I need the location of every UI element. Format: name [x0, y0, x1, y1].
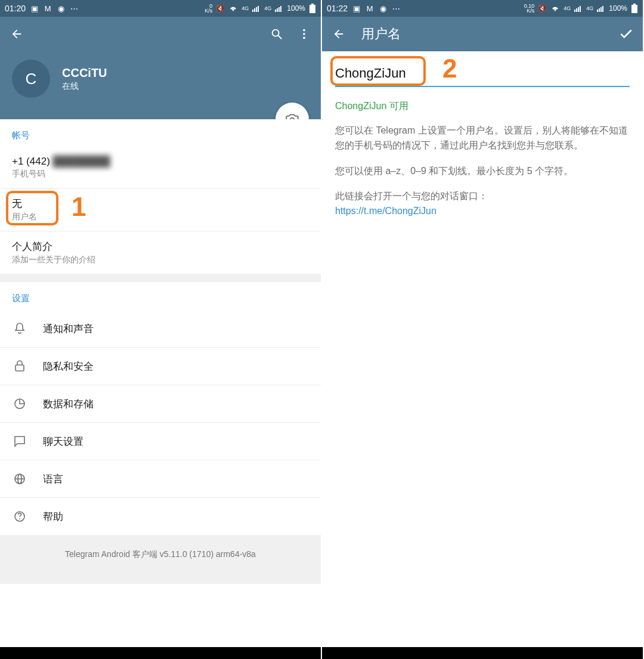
globe-icon — [12, 471, 27, 487]
svg-rect-24 — [576, 8, 577, 12]
status-bar: 01:22 ▣ M ◉ ⋯ 0.10 K/s 🔇 4G 4G 100% — [322, 0, 643, 17]
confirm-button[interactable] — [618, 26, 634, 42]
net-speed: 0.10 K/s — [524, 4, 535, 13]
svg-rect-5 — [277, 8, 278, 12]
status-time: 01:20 — [5, 4, 26, 13]
battery-text: 100% — [287, 4, 305, 13]
left-screen: 01:20 ▣ M ◉ ⋯ 0 K/s 🔇 4G 4G 100% — [0, 0, 322, 659]
phone-label: 手机号码 — [12, 169, 309, 180]
username-input[interactable] — [335, 63, 630, 87]
svg-rect-1 — [254, 8, 255, 12]
svg-rect-7 — [280, 6, 281, 12]
username-row[interactable]: 无 用户名 1 — [0, 188, 321, 231]
signal-icon: 4G — [564, 5, 571, 11]
svg-rect-32 — [631, 5, 637, 13]
settings-notifications[interactable]: 通知和声音 — [0, 310, 321, 348]
phone-blurred: ████████ — [53, 156, 110, 168]
settings-chat[interactable]: 聊天设置 — [0, 423, 321, 460]
app-bar: 用户名 — [322, 17, 643, 51]
username-editor: 2 ChongZiJun 可用 您可以在 Telegram 上设置一个用户名。设… — [322, 51, 643, 647]
data-icon — [12, 396, 27, 412]
back-button[interactable] — [8, 26, 25, 42]
bio-title: 个人简介 — [12, 240, 309, 253]
bio-row[interactable]: 个人简介 添加一些关于你的介绍 — [0, 231, 321, 274]
mail-icon: M — [44, 4, 52, 13]
search-button[interactable] — [268, 26, 285, 42]
settings-item-label: 语言 — [43, 472, 63, 486]
settings-item-label: 通知和声音 — [43, 322, 94, 336]
svg-rect-25 — [578, 7, 579, 12]
settings-item-label: 帮助 — [43, 510, 63, 524]
svg-rect-16 — [16, 365, 24, 371]
signal-bars-icon-2 — [597, 5, 605, 12]
svg-rect-6 — [278, 7, 280, 12]
account-title: 帐号 — [0, 119, 321, 147]
profile-status: 在线 — [62, 81, 107, 92]
settings-data[interactable]: 数据和存储 — [0, 385, 321, 423]
settings-help[interactable]: 帮助 — [0, 498, 321, 535]
android-nav-bar — [322, 647, 643, 659]
annotation-2: 2 — [442, 54, 457, 83]
svg-rect-26 — [580, 6, 581, 12]
wifi-icon — [228, 5, 238, 12]
username-label: 用户名 — [12, 212, 309, 222]
settings-privacy[interactable]: 隐私和安全 — [0, 348, 321, 385]
signal-bars-icon — [252, 5, 261, 12]
svg-rect-2 — [256, 7, 257, 12]
lock-icon — [12, 358, 27, 374]
chat-settings-icon — [12, 434, 27, 449]
svg-rect-23 — [574, 10, 575, 12]
image-icon: ▣ — [352, 4, 361, 13]
username-value: 无 — [12, 197, 309, 211]
settings-item-label: 数据和存储 — [43, 397, 94, 411]
description-3: 此链接会打开一个与您的对话窗口： https://t.me/ChongZiJun — [335, 189, 630, 219]
status-time: 01:22 — [327, 4, 348, 13]
svg-point-14 — [303, 37, 305, 39]
svg-line-11 — [278, 36, 282, 39]
net-speed: 0 K/s — [205, 4, 212, 13]
settings-language[interactable]: 语言 — [0, 460, 321, 498]
profile-link[interactable]: https://t.me/ChongZiJun — [335, 206, 436, 216]
signal-bars-icon — [574, 5, 583, 12]
android-nav-bar — [0, 647, 321, 659]
avatar[interactable]: C — [12, 60, 50, 98]
profile-header: C CCCiTU 在线 — [0, 51, 321, 119]
phone-row[interactable]: +1 (442) ████████ 手机号码 — [0, 147, 321, 188]
battery-text: 100% — [609, 4, 627, 13]
svg-point-22 — [19, 518, 20, 519]
phone-number: +1 (442) — [12, 156, 53, 167]
menu-button[interactable] — [296, 26, 312, 42]
right-screen: 01:22 ▣ M ◉ ⋯ 0.10 K/s 🔇 4G 4G 100% — [322, 0, 644, 659]
svg-rect-8 — [311, 4, 314, 5]
bell-icon — [12, 321, 27, 336]
signal-icon-2: 4G — [586, 5, 593, 11]
annotation-1: 1 — [72, 192, 86, 222]
chat-icon: ◉ — [57, 4, 65, 13]
svg-rect-3 — [258, 6, 259, 12]
svg-rect-30 — [602, 6, 603, 12]
svg-rect-29 — [600, 7, 602, 12]
more-icon: ⋯ — [392, 4, 400, 13]
settings-item-label: 隐私和安全 — [43, 360, 94, 373]
svg-rect-28 — [599, 8, 600, 12]
back-button[interactable] — [330, 26, 347, 42]
wifi-icon — [550, 5, 560, 12]
battery-icon — [309, 4, 316, 13]
avatar-letter: C — [26, 70, 37, 88]
svg-point-12 — [303, 29, 305, 32]
description-2: 您可以使用 a–z、0–9 和下划线。最小长度为 5 个字符。 — [335, 164, 630, 179]
version-footer: Telegram Android 客户端 v5.11.0 (1710) arm6… — [0, 535, 321, 584]
battery-icon — [631, 4, 638, 13]
description-1: 您可以在 Telegram 上设置一个用户名。设置后，别人将能够在不知道您的手机… — [335, 123, 630, 153]
svg-point-13 — [303, 33, 305, 35]
settings-section: 设置 通知和声音 隐私和安全 数据和存储 聊天设置 — [0, 282, 321, 535]
signal-icon-2: 4G — [264, 5, 271, 11]
svg-rect-0 — [252, 10, 253, 12]
settings-title: 设置 — [0, 282, 321, 310]
mute-icon: 🔇 — [216, 4, 225, 13]
signal-bars-icon-2 — [275, 5, 283, 12]
svg-point-10 — [273, 30, 279, 36]
chat-icon: ◉ — [379, 4, 387, 13]
app-bar — [0, 17, 321, 51]
svg-rect-31 — [633, 4, 636, 5]
